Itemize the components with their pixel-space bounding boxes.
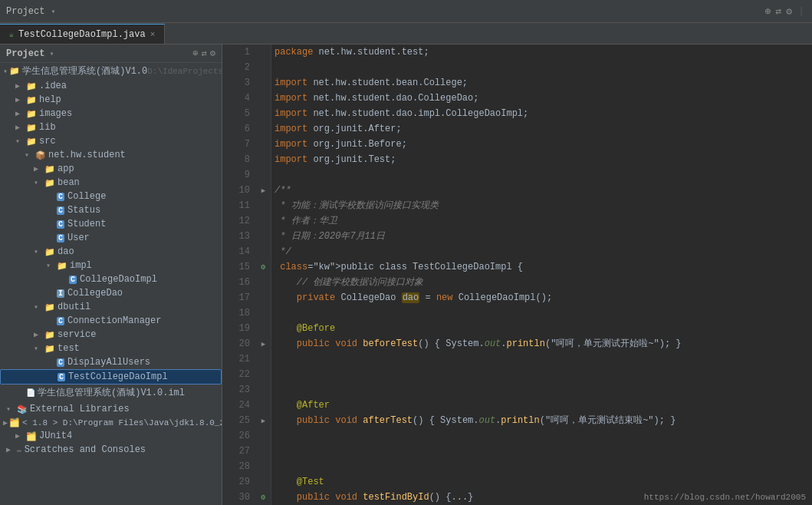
sidebar-item-help[interactable]: ▶ 📁 help [0,93,222,107]
line-number: 30 [222,490,250,505]
line-number: 26 [222,428,250,444]
sidebar-item-impl[interactable]: ▾ 📁 impl [0,259,222,272]
code-line[interactable]: public void afterTest() { System.out.pri… [275,413,812,428]
dao-label: dao [58,246,74,257]
code-line[interactable]: */ [275,244,812,259]
images-label: images [39,108,72,119]
junit4-label: JUnit4 [39,431,72,441]
code-line[interactable]: import net.hw.student.bean.College; [275,75,812,91]
status-label: Status [67,205,100,216]
code-line[interactable]: class="kw">public class TestCollegeDaoIm… [275,259,812,275]
code-line[interactable]: import org.junit.After; [275,121,812,137]
code-line[interactable]: import org.junit.Test; [275,152,812,167]
gear-icon[interactable]: ⚙ [210,48,215,59]
project-label: Project [6,6,44,17]
collapse-icon[interactable]: ⇄ [202,48,207,59]
code-line[interactable] [275,367,812,382]
code-line[interactable]: * 功能：测试学校数据访问接口实现类 [275,198,812,213]
code-line[interactable]: import net.hw.student.dao.impl.CollegeDa… [275,106,812,121]
tab-label: TestCollegeDaoImpl.java [18,29,146,40]
sidebar-item-junit4[interactable]: ▶ 🗂️ JUnit4 [0,429,222,443]
line-number: 1 [222,45,250,60]
sidebar-item-package[interactable]: ▾ 📦 net.hw.student [0,148,222,162]
code-line[interactable]: * 作者：华卫 [275,213,812,229]
line-number: 15 [222,259,250,275]
tab-testcollegedaoimpl[interactable]: ☕ TestCollegeDaoImpl.java × [0,24,165,44]
sidebar-item-testcollegedaoimpl[interactable]: ▶ C TestCollegeDaoImpl [0,369,222,385]
tab-close-icon[interactable]: × [150,30,156,39]
sidebar-item-student[interactable]: ▶ C Student [0,217,222,231]
sidebar-item-connectionmanager[interactable]: ▶ C ConnectionManager [0,314,222,328]
tree-root[interactable]: ▾ 📁 学生信息管理系统(酒城)V1.0 D:\IdeaProjects\学生信… [0,63,222,79]
line-numbers: 1234567891011121314151617181920212223242… [222,45,256,505]
code-line[interactable]: private CollegeDao dao = new CollegeDaoI… [275,290,812,305]
gutter-item [256,75,271,91]
line-number: 10 [222,183,250,198]
line-number: 29 [222,474,250,490]
sidebar-item-displayallusers[interactable]: ▶ C DisplayAllUsers [0,355,222,369]
settings-icon[interactable]: ⚙ [786,5,792,18]
line-number: 27 [222,444,250,459]
code-line[interactable]: * 日期：2020年7月11日 [275,229,812,244]
sidebar-item-collegedao[interactable]: ▶ I CollegeDao [0,286,222,300]
code-line[interactable] [275,382,812,398]
sidebar-item-iml[interactable]: ▶ 📄 学生信息管理系统(酒城)V1.0.iml [0,385,222,401]
sidebar-item-idea[interactable]: ▶ 📁 .idea [0,79,222,93]
sync-icon[interactable]: ⊕ [192,48,198,59]
line-number: 21 [222,352,250,367]
help-label: help [39,94,61,105]
sidebar-item-user[interactable]: ▶ C User [0,231,222,245]
line-number: 20 [222,336,250,352]
dropdown-arrow-icon[interactable]: ▾ [49,49,54,58]
code-line[interactable] [275,428,812,444]
line-number: 14 [222,244,250,259]
code-line[interactable]: import org.junit.Before; [275,137,812,152]
gutter-item [256,352,271,367]
line-number: 8 [222,152,250,167]
code-line[interactable] [275,60,812,75]
gutter-item: ▶ [256,413,271,428]
impl-label: impl [70,260,92,271]
sidebar-item-dao[interactable]: ▾ 📁 dao [0,245,222,259]
sidebar-item-jdk[interactable]: ▶ 🗂️ < 1.8 > D:\Program Files\Java\jdk1.… [0,416,222,429]
gutter-item [256,305,271,321]
code-line[interactable]: public void beforeTest() { System.out.pr… [275,336,812,352]
sidebar-item-lib[interactable]: ▶ 📁 lib [0,120,222,134]
code-line[interactable] [275,305,812,321]
code-line[interactable]: import net.hw.student.dao.CollegeDao; [275,91,812,106]
code-line[interactable] [275,459,812,474]
sidebar-item-dbutil[interactable]: ▾ 📁 dbutil [0,300,222,314]
code-line[interactable]: @Test [275,474,812,490]
sidebar-item-src[interactable]: ▾ 📁 src [0,134,222,148]
code-line[interactable]: /** [275,183,812,198]
code-line[interactable]: // 创建学校数据访问接口对象 [275,275,812,290]
line-number: 18 [222,305,250,321]
code-line[interactable] [275,167,812,183]
sidebar-item-images[interactable]: ▶ 📁 images [0,107,222,120]
sidebar-item-collegedaoimpl[interactable]: ▶ C CollegeDaoImpl [0,272,222,286]
code-content[interactable]: package net.hw.student.test; import net.… [271,45,812,505]
sidebar-item-status[interactable]: ▶ C Status [0,203,222,217]
sidebar-item-app[interactable]: ▶ 📁 app [0,162,222,176]
code-line[interactable] [275,352,812,367]
code-line[interactable]: package net.hw.student.test; [275,45,812,60]
scratches-label: Scratches and Consoles [25,444,146,455]
line-number: 16 [222,275,250,290]
gutter-item [256,382,271,398]
gutter-item: ▶ [256,183,271,198]
sidebar-item-test[interactable]: ▾ 📁 test [0,342,222,355]
sidebar-item-external-libraries[interactable]: ▾ 📚 External Libraries [0,402,222,416]
dropdown-arrow[interactable]: ▾ [51,7,55,16]
sidebar-item-bean[interactable]: ▾ 📁 bean [0,176,222,190]
split-icon[interactable]: ⇄ [776,5,782,18]
gutter-item [256,474,271,490]
gutter-item [256,444,271,459]
add-icon[interactable]: ⊕ [765,5,771,18]
code-line[interactable]: @Before [275,321,812,336]
sidebar-item-service[interactable]: ▶ 📁 service [0,328,222,342]
gutter-item [256,213,271,229]
sidebar-item-college[interactable]: ▶ C College [0,190,222,203]
sidebar-item-scratches[interactable]: ▶ ✏️ Scratches and Consoles [0,443,222,457]
code-line[interactable] [275,444,812,459]
code-line[interactable]: @After [275,398,812,413]
